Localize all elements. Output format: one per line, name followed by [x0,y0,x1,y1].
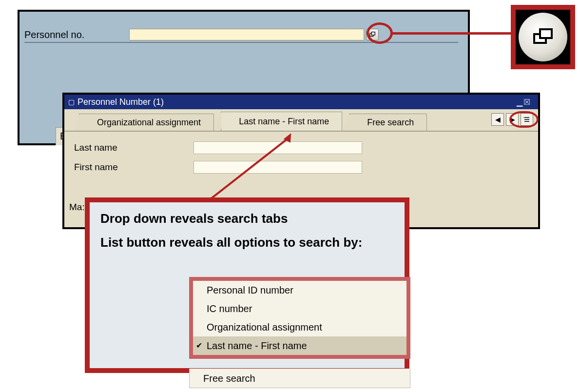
tab-lastname-firstname[interactable]: Last name - First name [221,112,342,131]
tab-scroll-right-button[interactable]: ▶ [506,113,519,126]
overlap-squares-icon [531,25,555,49]
list-icon [523,116,530,123]
svg-rect-1 [371,32,375,35]
personnel-no-row: Personnel no. [24,27,458,43]
menu-item-org-assignment[interactable]: Organizational assignment [193,318,406,336]
tab-org-assignment[interactable]: Organizational assignment [79,114,214,131]
truncated-label: Ma: [69,202,85,213]
search-tabstrip: Organizational assignment Last name - Fi… [64,111,538,132]
menu-item-lastname-firstname[interactable]: Last name - First name [193,336,406,355]
minimize-icon[interactable]: ▁ [517,98,522,107]
personnel-no-input[interactable] [129,29,364,40]
overlap-squares-icon [369,31,376,38]
search-options-menu: Personal ID number IC number Organizatio… [189,277,410,359]
annotation-connector [392,32,512,35]
first-name-label: First name [74,162,193,173]
tab-free-search[interactable]: Free search [349,114,427,131]
zoom-f4-icon [511,5,575,69]
svg-rect-3 [540,29,552,38]
menu-item-personal-id[interactable]: Personal ID number [193,281,406,299]
tab-tools: ◀ ▶ [491,113,533,126]
menu-item-free-search[interactable]: Free search [189,369,410,388]
tab-list-button[interactable] [521,113,533,126]
last-name-input[interactable] [193,141,362,154]
dialog-title: Personnel Number (1) [77,97,164,107]
callout-line1: Drop down reveals search tabs [100,211,394,226]
menu-item-ic-number[interactable]: IC number [193,299,406,318]
personnel-no-label: Personnel no. [24,29,129,40]
dialog-body: Last name First name [64,132,538,190]
close-icon[interactable]: ☒ [523,98,530,107]
window-menu-icon[interactable]: ▢ [68,98,75,106]
tab-scroll-left-button[interactable]: ◀ [491,113,504,126]
svg-marker-7 [523,117,524,118]
f4-search-help-button[interactable] [366,29,379,40]
callout-line2: List button reveals all options to searc… [100,235,394,250]
first-name-input[interactable] [193,161,362,174]
zoom-circle [519,13,567,61]
dialog-titlebar: ▢ Personnel Number (1) ▁ ☒ [64,95,538,109]
last-name-label: Last name [74,142,193,153]
